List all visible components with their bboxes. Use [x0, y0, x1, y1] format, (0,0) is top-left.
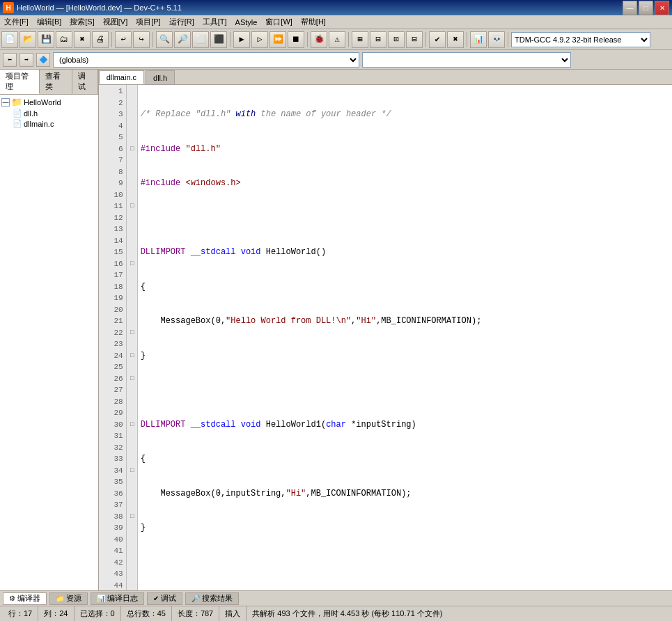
undo-button[interactable]: ↩ [115, 31, 132, 48]
fold-11[interactable]: □ [127, 201, 138, 212]
bottom-tab-compiler[interactable]: ⚙ 编译器 [3, 592, 47, 605]
tree-expand-root[interactable]: — [1, 98, 10, 107]
save-all-button[interactable]: 🗂 [56, 31, 72, 48]
bottom-tab-searchresult-label: 搜索结果 [202, 593, 233, 604]
bottom-tab-searchresult[interactable]: 🔎 搜索结果 [185, 592, 239, 605]
code-content[interactable]: /* Replace "dll.h" with the name of your… [138, 85, 672, 590]
bottom-tab-compiler-label: 编译器 [17, 593, 40, 604]
fold-24[interactable]: □ [127, 350, 138, 362]
menu-tools[interactable]: 工具[T] [198, 15, 231, 29]
debug2-button[interactable]: ⚠ [329, 31, 345, 48]
tb2-btn1[interactable]: ⬅ [3, 53, 17, 67]
find-button[interactable]: 🔍 [156, 31, 173, 48]
menu-view[interactable]: 视图[V] [99, 15, 132, 29]
status-selected: 已选择：0 [75, 606, 121, 621]
menu-edit[interactable]: 编辑[B] [33, 15, 65, 29]
ln-25: 25 [99, 361, 123, 373]
sep8 [508, 32, 508, 47]
menu-project[interactable]: 项目[P] [132, 15, 164, 29]
ln-38: 38 [99, 511, 123, 523]
sidebar-tab-classes[interactable]: 查看类 [40, 70, 72, 94]
ln-22: 22 [99, 327, 123, 339]
compile-run-button[interactable]: ⏩ [269, 31, 286, 48]
sidebar-tabs: 项目管理 查看类 调试 [0, 70, 98, 95]
redo-button[interactable]: ↪ [133, 31, 150, 48]
compile-button[interactable]: ▶ [233, 31, 250, 48]
title-buttons[interactable]: — □ ✕ [623, 1, 669, 15]
close-file-button[interactable]: ✖ [74, 31, 91, 48]
cross-button[interactable]: ✖ [447, 31, 464, 48]
find3-button[interactable]: ⬜ [192, 31, 209, 48]
sep6 [425, 32, 426, 47]
resources-icon: 📁 [56, 595, 64, 602]
editor-tab-dllmain[interactable]: dllmain.c [99, 70, 144, 84]
ln-14: 14 [99, 235, 123, 247]
scope-select[interactable]: (globals) [53, 52, 359, 68]
minimize-button[interactable]: — [623, 1, 637, 15]
debug-button[interactable]: 🐞 [311, 31, 327, 48]
skull-button[interactable]: 💀 [488, 31, 505, 48]
fold-34[interactable]: □ [127, 465, 138, 477]
fold-33 [127, 453, 138, 465]
ln-30: 30 [99, 419, 123, 431]
fold-9 [127, 178, 138, 189]
menu-file[interactable]: 文件[F] [0, 15, 33, 29]
fold-32 [127, 442, 138, 454]
open-button[interactable]: 📂 [19, 31, 36, 48]
fold-25 [127, 361, 138, 373]
bottom-tab-debug2[interactable]: ✔ 调试 [147, 592, 182, 605]
fold-7 [127, 155, 138, 166]
grid3-button[interactable]: ⊡ [388, 31, 405, 48]
close-button[interactable]: ✕ [655, 1, 669, 15]
maximize-button[interactable]: □ [639, 1, 653, 15]
find2-button[interactable]: 🔎 [174, 31, 191, 48]
fold-16[interactable]: □ [127, 258, 138, 270]
grid4-button[interactable]: ⊟ [406, 31, 423, 48]
check-button[interactable]: ✔ [429, 31, 446, 48]
fold-43 [127, 568, 138, 580]
menu-window[interactable]: 窗口[W] [261, 15, 297, 29]
menu-run[interactable]: 运行[R] [165, 15, 198, 29]
editor-tab-dllh[interactable]: dll.h [146, 70, 175, 84]
menu-astyle[interactable]: AStyle [231, 15, 262, 29]
bar-button[interactable]: 📊 [470, 31, 487, 48]
print-button[interactable]: 🖨 [92, 31, 109, 48]
fold-5 [127, 132, 138, 143]
tb2-btn2[interactable]: ➡ [19, 53, 33, 67]
run-button[interactable]: ▷ [251, 31, 268, 48]
main-area: 项目管理 查看类 调试 — 📁 HelloWorld 📄 dll.h 📄 dll… [0, 70, 672, 590]
menu-help[interactable]: 帮助[H] [297, 15, 330, 29]
tree-file-dllh[interactable]: 📄 dll.h [13, 108, 97, 118]
fold-30[interactable]: □ [127, 419, 138, 431]
menu-search[interactable]: 搜索[S] [65, 15, 98, 29]
ln-21: 21 [99, 315, 123, 327]
compiler-select[interactable]: TDM-GCC 4.9.2 32-bit Release [511, 32, 650, 47]
tree-file-dllmain[interactable]: 📄 dllmain.c [13, 118, 97, 129]
ln-43: 43 [99, 568, 123, 580]
fold-38[interactable]: □ [127, 511, 138, 523]
fold-29 [127, 407, 138, 419]
code-editor[interactable]: 1 2 3 4 5 6 7 8 9 10 11 12 13 14 15 16 1… [99, 85, 672, 590]
bottom-tab-resources[interactable]: 📁 资源 [49, 592, 88, 605]
sidebar-tab-project[interactable]: 项目管理 [0, 70, 40, 94]
save-button[interactable]: 💾 [38, 31, 54, 48]
tb2-btn3[interactable]: 🔷 [36, 53, 50, 67]
replace-button[interactable]: ⬛ [210, 31, 227, 48]
ln-23: 23 [99, 338, 123, 350]
ln-11: 11 [99, 201, 123, 212]
sidebar-tab-debug[interactable]: 调试 [72, 70, 98, 94]
fold-26[interactable]: □ [127, 373, 138, 385]
new-button[interactable]: 📄 [1, 31, 18, 48]
fold-6[interactable]: □ [127, 143, 138, 155]
ln-36: 36 [99, 488, 123, 500]
symbol-select[interactable] [362, 52, 571, 68]
bottom-tabs: ⚙ 编译器 📁 资源 📊 编译日志 ✔ 调试 🔎 搜索结果 [0, 590, 672, 606]
file-icon-dllh: 📄 [13, 109, 22, 118]
grid-button[interactable]: ⊞ [352, 31, 368, 48]
tree-root[interactable]: — 📁 HelloWorld [1, 96, 97, 108]
stop-button[interactable]: ⏹ [288, 31, 304, 48]
bottom-tab-compilelog[interactable]: 📊 编译日志 [91, 592, 144, 605]
code-line-10: DLLIMPORT __stdcall void HelloWorld1(cha… [141, 419, 672, 431]
fold-22[interactable]: □ [127, 327, 138, 339]
grid2-button[interactable]: ⊟ [370, 31, 386, 48]
